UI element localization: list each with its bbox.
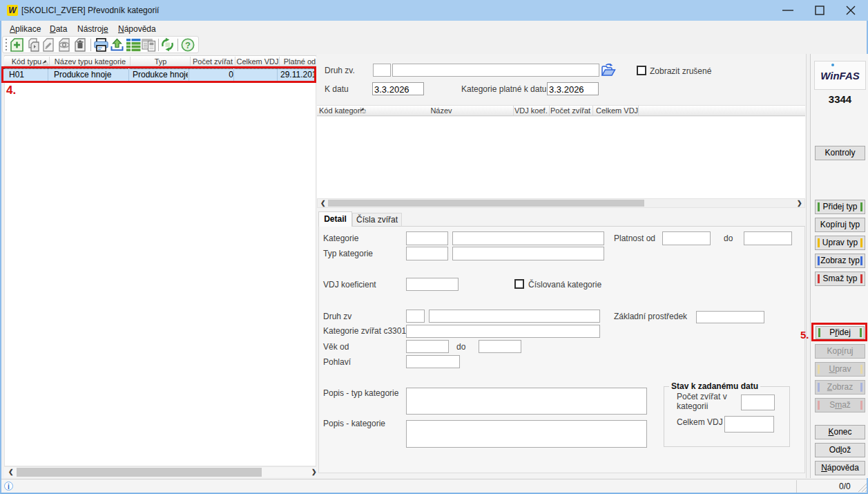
svg-text:?: ? <box>185 40 191 50</box>
